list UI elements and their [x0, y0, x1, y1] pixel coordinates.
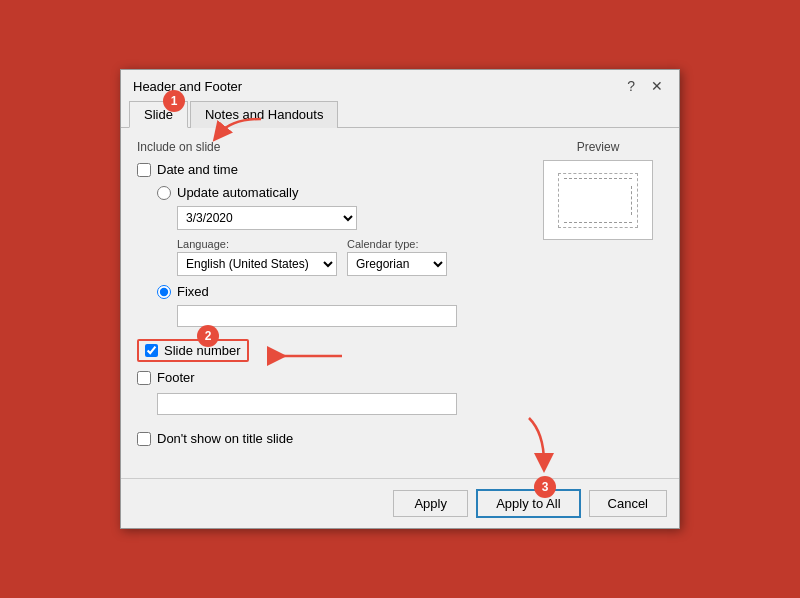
preview-box — [543, 160, 653, 240]
fixed-row: Fixed — [157, 284, 517, 299]
annotation-arrow-2 — [267, 344, 347, 371]
close-button[interactable]: ✕ — [647, 78, 667, 94]
dialog-title: Header and Footer — [133, 79, 242, 94]
language-label: Language: — [177, 238, 337, 250]
date-time-row: Date and time — [137, 162, 517, 177]
title-bar: Header and Footer ? ✕ — [121, 70, 679, 98]
preview-dashes-top — [564, 178, 632, 179]
dont-show-checkbox[interactable] — [137, 432, 151, 446]
date-time-label: Date and time — [157, 162, 238, 177]
date-select[interactable]: 3/3/2020 — [177, 206, 357, 230]
preview-label: Preview — [577, 140, 620, 154]
preview-dashes-bottom — [564, 222, 632, 223]
update-auto-row: Update automatically — [157, 185, 517, 200]
preview-inner — [558, 173, 638, 228]
footer-row: Footer — [137, 370, 517, 385]
left-panel: Include on slide Date and time Update au… — [137, 140, 517, 466]
header-footer-dialog: Header and Footer ? ✕ Slide Notes and Ha… — [120, 69, 680, 529]
footer-label: Footer — [157, 370, 195, 385]
fixed-input[interactable] — [177, 305, 457, 327]
tabs-row: Slide Notes and Handouts 1 — [121, 100, 679, 128]
help-button[interactable]: ? — [623, 78, 639, 94]
cancel-button[interactable]: Cancel — [589, 490, 667, 517]
dont-show-row: Don't show on title slide — [137, 431, 517, 446]
footer-input-row — [157, 393, 517, 415]
footer-checkbox[interactable] — [137, 371, 151, 385]
calendar-label: Calendar type: — [347, 238, 447, 250]
footer-buttons: 3 Apply Apply to All Cancel — [121, 478, 679, 528]
lang-calendar-row: Language: English (United States) Calend… — [177, 238, 517, 276]
fixed-label: Fixed — [177, 284, 209, 299]
update-auto-radio[interactable] — [157, 186, 171, 200]
footer-input[interactable] — [157, 393, 457, 415]
apply-button[interactable]: Apply — [393, 490, 468, 517]
date-time-checkbox[interactable] — [137, 163, 151, 177]
include-label: Include on slide — [137, 140, 517, 154]
fixed-radio[interactable] — [157, 285, 171, 299]
slide-number-highlight: Slide number — [137, 339, 249, 362]
dialog-body: Include on slide Date and time Update au… — [121, 128, 679, 478]
tab-notes[interactable]: Notes and Handouts — [190, 101, 339, 128]
slide-number-section: Slide number 2 — [137, 339, 517, 362]
apply-to-all-button[interactable]: Apply to All — [476, 489, 580, 518]
right-panel: Preview — [533, 140, 663, 466]
dont-show-label: Don't show on title slide — [157, 431, 293, 446]
fixed-input-row — [177, 305, 517, 327]
language-select[interactable]: English (United States) — [177, 252, 337, 276]
calendar-select[interactable]: Gregorian — [347, 252, 447, 276]
date-dropdown-row: 3/3/2020 — [177, 206, 517, 230]
slide-number-checkbox[interactable] — [145, 344, 158, 357]
preview-dashes-right — [631, 186, 632, 215]
update-auto-label: Update automatically — [177, 185, 298, 200]
title-bar-controls: ? ✕ — [623, 78, 667, 94]
